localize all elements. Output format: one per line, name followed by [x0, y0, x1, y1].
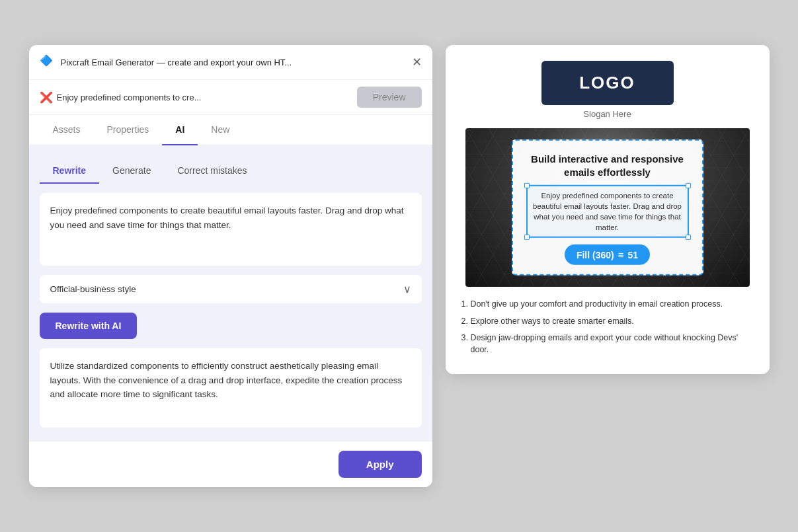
- tabs-row: Assets Properties AI New: [29, 115, 432, 145]
- panel-title: Pixcraft Email Generator — create and ex…: [61, 57, 292, 67]
- tab-assets[interactable]: Assets: [40, 115, 94, 145]
- apply-row: Apply: [29, 441, 432, 487]
- rewrite-with-ai-button[interactable]: Rewrite with AI: [40, 313, 138, 339]
- handle-tr: [686, 183, 691, 188]
- email-list: Don't give up your comfort and productiv…: [465, 296, 750, 358]
- handle-br: [686, 235, 691, 240]
- sub-tabs-row: Rewrite Generate Correct mistakes: [40, 159, 422, 184]
- panel-header: 🔷 Pixcraft Email Generator — create and …: [29, 45, 432, 80]
- notification-text: Enjoy predefined components to cre...: [57, 93, 202, 102]
- output-text-box: Utilize standardized components to effic…: [40, 348, 422, 428]
- notification-left: ❌ Enjoy predefined components to cre...: [40, 91, 202, 104]
- close-button[interactable]: ✕: [412, 56, 422, 68]
- panel-content: Rewrite Generate Correct mistakes Enjoy …: [29, 145, 432, 441]
- notification-bar: ❌ Enjoy predefined components to cre... …: [29, 80, 432, 115]
- left-panel: 🔷 Pixcraft Email Generator — create and …: [29, 45, 432, 487]
- email-logo: LOGO: [541, 61, 674, 105]
- panel-header-left: 🔷 Pixcraft Email Generator — create and …: [40, 54, 292, 70]
- preview-button[interactable]: Preview: [357, 87, 422, 108]
- sub-tab-correct[interactable]: Correct mistakes: [164, 159, 260, 184]
- sub-tab-generate[interactable]: Generate: [99, 159, 164, 184]
- overlay-card: Build interactive and responsive emails …: [512, 139, 703, 276]
- fill-badge-number: 51: [627, 250, 638, 260]
- list-item: Explore other ways to create smarter ema…: [471, 313, 744, 330]
- handle-bl: [524, 235, 530, 240]
- style-selector[interactable]: Official-business style ∨: [40, 275, 422, 303]
- right-panel: LOGO Slogan Here Build interactive and r…: [446, 45, 770, 374]
- main-container: 🔷 Pixcraft Email Generator — create and …: [9, 25, 789, 507]
- handle-tl: [524, 183, 530, 188]
- output-text-content: Utilize standardized components to effic…: [50, 361, 403, 399]
- overlay-card-title: Build interactive and responsive emails …: [526, 153, 689, 178]
- input-text-content: Enjoy predefined components to create be…: [50, 206, 404, 230]
- email-slogan: Slogan Here: [465, 109, 750, 119]
- selected-text-block: Enjoy predefined components to create be…: [526, 185, 689, 238]
- style-selector-label: Official-business style: [50, 284, 136, 294]
- list-item: Design jaw-dropping emails and export yo…: [471, 330, 744, 358]
- chevron-down-icon: ∨: [403, 283, 411, 295]
- fill-lines-icon: ≡: [618, 249, 624, 260]
- app-logo-icon: 🔷: [40, 54, 56, 70]
- tab-new[interactable]: New: [198, 115, 243, 145]
- fill-badge: Fill (360) ≡ 51: [565, 245, 650, 265]
- hero-image: Build interactive and responsive emails …: [465, 128, 750, 287]
- list-item: Don't give up your comfort and productiv…: [471, 296, 744, 313]
- tab-properties[interactable]: Properties: [94, 115, 163, 145]
- apply-button[interactable]: Apply: [339, 451, 422, 478]
- tab-ai[interactable]: AI: [162, 115, 198, 145]
- email-preview: LOGO Slogan Here Build interactive and r…: [446, 45, 770, 374]
- input-text-box: Enjoy predefined components to create be…: [40, 193, 422, 266]
- selected-text-content: Enjoy predefined components to create be…: [533, 192, 682, 231]
- fill-badge-text: Fill (360): [577, 250, 614, 260]
- sub-tab-rewrite[interactable]: Rewrite: [40, 159, 100, 184]
- error-icon: ❌: [40, 91, 53, 104]
